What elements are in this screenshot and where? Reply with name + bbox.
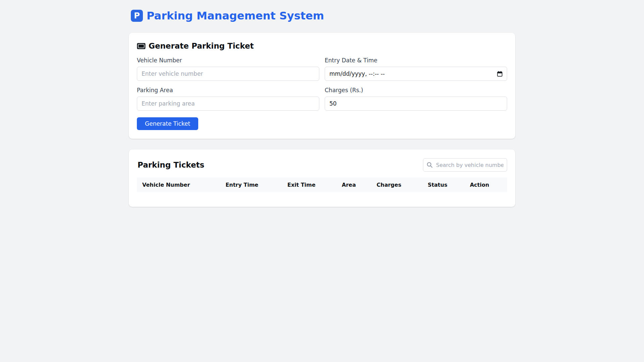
entry-datetime-value: mm/dd/yyyy, --:-- -- [329, 70, 385, 77]
vehicle-number-field: Vehicle Number [137, 57, 319, 81]
charges-input[interactable] [325, 97, 507, 111]
column-exit-time: Exit Time [282, 178, 336, 192]
column-vehicle-number: Vehicle Number [137, 178, 220, 192]
app-title: P Parking Management System [131, 9, 515, 22]
tickets-table-head: Vehicle Number Entry Time Exit Time Area… [137, 178, 507, 192]
app-title-text: Parking Management System [147, 9, 324, 22]
generate-ticket-card: Generate Parking Ticket Vehicle Number E… [129, 33, 515, 139]
search-input[interactable] [423, 158, 507, 172]
parking-tickets-card: Parking Tickets Vehicle Number Entry Tim… [129, 149, 515, 207]
column-status: Status [422, 178, 465, 192]
calendar-icon[interactable] [497, 71, 502, 77]
tickets-title: Parking Tickets [138, 161, 204, 169]
column-entry-time: Entry Time [220, 178, 282, 192]
form-card-title: Generate Parking Ticket [137, 42, 507, 50]
parking-area-input[interactable] [137, 97, 319, 111]
tickets-table-body [137, 192, 507, 198]
tickets-table-header-row: Vehicle Number Entry Time Exit Time Area… [137, 178, 507, 192]
charges-field: Charges (Rs.) [325, 87, 507, 111]
column-area: Area [336, 178, 371, 192]
generate-form: Vehicle Number Entry Date & Time mm/dd/y… [137, 57, 507, 111]
entry-datetime-input[interactable]: mm/dd/yyyy, --:-- -- [325, 67, 507, 81]
vehicle-number-label: Vehicle Number [137, 57, 319, 64]
parking-area-field: Parking Area [137, 87, 319, 111]
parking-area-label: Parking Area [137, 87, 319, 94]
form-card-title-text: Generate Parking Ticket [149, 42, 254, 50]
entry-datetime-field: Entry Date & Time mm/dd/yyyy, --:-- -- [325, 57, 507, 81]
tickets-search [423, 158, 507, 172]
page: P Parking Management System Generate Par… [129, 0, 515, 207]
generate-ticket-button[interactable]: Generate Ticket [137, 117, 198, 130]
search-icon [427, 162, 433, 168]
vehicle-number-input[interactable] [137, 67, 319, 81]
tickets-table: Vehicle Number Entry Time Exit Time Area… [137, 178, 507, 198]
column-action: Action [465, 178, 507, 192]
ticket-icon [137, 43, 146, 49]
entry-datetime-label: Entry Date & Time [325, 57, 507, 64]
parking-p-icon: P [131, 10, 143, 22]
charges-label: Charges (Rs.) [325, 87, 507, 94]
tickets-header: Parking Tickets [137, 158, 507, 172]
logo-letter: P [134, 11, 140, 20]
column-charges: Charges [371, 178, 422, 192]
